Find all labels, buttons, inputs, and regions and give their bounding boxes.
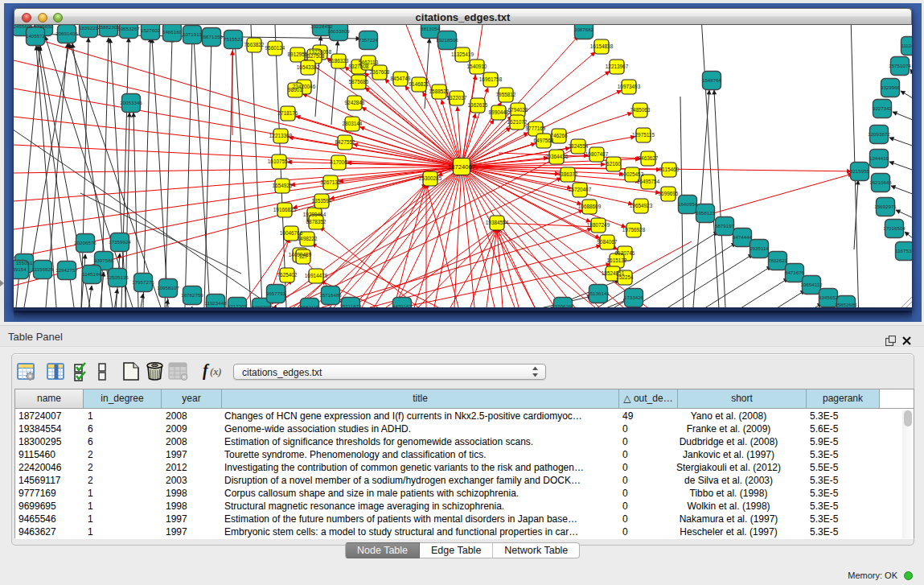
svg-text:10807487: 10807487: [585, 151, 609, 157]
svg-text:7515521: 7515521: [224, 36, 244, 42]
svg-text:8186323: 8186323: [329, 58, 349, 64]
svg-text:9242848: 9242848: [345, 100, 365, 105]
svg-text:11923448: 11923448: [204, 300, 227, 306]
svg-text:1621072: 1621072: [507, 119, 528, 125]
svg-text:1540910: 1540910: [467, 64, 487, 69]
svg-text:12505135: 12505135: [106, 274, 129, 280]
svg-text:(x): (x): [210, 366, 222, 377]
svg-text:12975115: 12975115: [632, 132, 655, 138]
svg-text:1112480: 1112480: [901, 43, 912, 48]
svg-text:1654925: 1654925: [273, 183, 293, 188]
svg-text:15692971: 15692971: [874, 204, 897, 209]
svg-text:16543382: 16543382: [297, 64, 320, 70]
svg-text:7955812: 7955812: [496, 92, 516, 97]
svg-text:9463627: 9463627: [639, 155, 659, 161]
svg-text:7625402: 7625402: [277, 272, 298, 278]
svg-text:8489709: 8489709: [252, 304, 272, 307]
svg-text:1145194: 1145194: [82, 271, 101, 277]
svg-text:10973493: 10973493: [618, 84, 641, 89]
svg-text:1498222: 1498222: [298, 236, 318, 241]
svg-text:5682115: 5682115: [300, 304, 319, 307]
svg-text:23706266: 23706266: [552, 303, 574, 307]
svg-text:39154: 39154: [14, 266, 27, 272]
svg-text:16914479: 16914479: [305, 273, 328, 278]
svg-text:5322037: 5322037: [447, 95, 467, 101]
svg-text:16495754: 16495754: [637, 179, 660, 184]
svg-text:6466160: 6466160: [162, 29, 183, 35]
svg-text:7485063: 7485063: [630, 107, 651, 113]
svg-text:6120746: 6120746: [615, 250, 635, 256]
svg-text:9474444: 9474444: [733, 234, 753, 240]
svg-text:19218506: 19218506: [436, 37, 458, 43]
svg-text:15751074: 15751074: [889, 63, 911, 68]
svg-text:6879197: 6879197: [715, 223, 735, 229]
svg-text:7386372: 7386372: [558, 171, 578, 177]
svg-text:1640954: 1640954: [678, 201, 698, 207]
svg-text:f: f: [203, 361, 210, 380]
svg-text:16961758: 16961758: [479, 76, 503, 82]
svg-text:12093872: 12093872: [868, 131, 890, 137]
svg-text:15716485: 15716485: [319, 292, 342, 298]
svg-text:7832621: 7832621: [768, 257, 788, 263]
svg-text:1167533: 1167533: [895, 248, 912, 253]
svg-text:2367608: 2367608: [370, 69, 390, 75]
svg-text:9245652: 9245652: [819, 295, 839, 300]
svg-text:20206576: 20206576: [74, 240, 97, 245]
svg-text:1588520: 1588520: [429, 89, 450, 94]
svg-text:1839221: 1839221: [79, 25, 99, 31]
svg-text:1548764: 1548764: [702, 77, 722, 83]
svg-text:1353594: 1353594: [312, 198, 332, 204]
svg-text:1615132: 1615132: [607, 257, 627, 263]
svg-text:1244419: 1244419: [869, 155, 889, 161]
svg-text:17016504: 17016504: [883, 225, 906, 231]
svg-text:1527602: 1527602: [141, 27, 161, 33]
svg-text:11156829: 11156829: [32, 266, 54, 272]
svg-text:3267130: 3267130: [321, 179, 341, 185]
svg-text:2803144: 2803144: [343, 121, 363, 126]
svg-text:8454749: 8454749: [391, 76, 411, 81]
svg-text:10653267: 10653267: [117, 26, 140, 31]
svg-text:417006: 417006: [330, 159, 347, 165]
svg-text:127: 127: [299, 253, 308, 259]
svg-text:16107553: 16107553: [268, 159, 291, 164]
svg-text:2935114: 2935114: [749, 245, 769, 251]
svg-text:9657791: 9657791: [266, 290, 286, 296]
svg-text:155051: 155051: [16, 260, 33, 266]
svg-text:9115460: 9115460: [659, 167, 680, 172]
svg-text:9397586: 9397586: [94, 257, 114, 263]
svg-text:9660124: 9660124: [265, 45, 285, 51]
svg-text:25852685: 25852685: [835, 302, 857, 307]
svg-text:10688609: 10688609: [578, 204, 602, 209]
svg-text:16154838: 16154838: [590, 43, 614, 49]
svg-text:19166825: 19166825: [273, 207, 297, 212]
svg-text:19654923: 19654923: [630, 203, 653, 208]
svg-text:12213369: 12213369: [269, 133, 293, 138]
svg-text:25711873: 25711873: [339, 303, 362, 307]
svg-text:1362615: 1362615: [468, 102, 488, 108]
svg-text:1071913: 1071913: [183, 31, 203, 37]
svg-text:3824554: 3824554: [569, 143, 589, 149]
svg-text:16782759: 16782759: [181, 292, 203, 298]
svg-text:17359924: 17359924: [109, 239, 131, 245]
svg-text:22455603: 22455603: [14, 25, 33, 29]
svg-text:25300285: 25300285: [419, 175, 442, 181]
svg-text:15720407: 15720407: [569, 187, 592, 192]
svg-text:8215955: 8215955: [850, 168, 870, 174]
svg-text:15136141: 15136141: [587, 290, 610, 296]
svg-text:1405572: 1405572: [26, 33, 46, 39]
svg-text:2087682: 2087682: [574, 27, 594, 32]
svg-text:8427552: 8427552: [335, 139, 355, 145]
svg-text:9217207: 9217207: [228, 303, 248, 307]
svg-text:25882305: 25882305: [97, 25, 120, 30]
svg-text:19384554: 19384554: [486, 220, 509, 225]
svg-text:7357224: 7357224: [359, 37, 379, 43]
svg-text:8813054: 8813054: [421, 26, 441, 31]
svg-text:2718176: 2718176: [278, 110, 298, 116]
svg-text:5462113: 5462113: [359, 60, 379, 65]
svg-text:12213967: 12213967: [606, 64, 629, 69]
svg-text:7663822: 7663822: [244, 42, 265, 47]
svg-text:10654112: 10654112: [800, 282, 823, 287]
svg-text:20053346: 20053346: [120, 100, 142, 105]
svg-text:5875685: 5875685: [349, 79, 369, 84]
svg-text:10025453: 10025453: [621, 171, 644, 177]
